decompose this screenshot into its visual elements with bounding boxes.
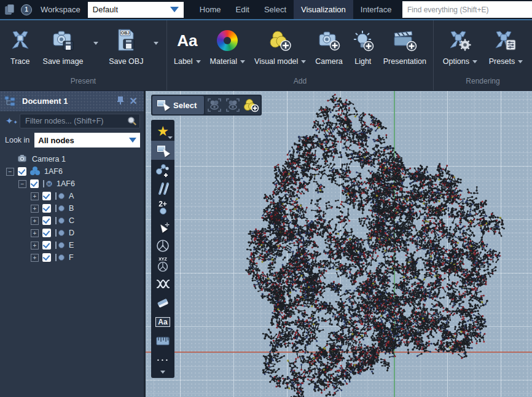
chain-node-icon (55, 240, 65, 250)
show-selected-atoms-icon[interactable] (205, 96, 224, 114)
viewport-toolbar: Select (151, 95, 262, 116)
trace-button[interactable]: Trace (7, 25, 34, 67)
measure-tool[interactable] (151, 331, 174, 350)
chain-node-icon (55, 216, 65, 226)
presets-dropdown-arrow (518, 60, 523, 63)
node-tree: Camera 1 − 1AF6 − M 1AF6 + A + B + (0, 153, 144, 264)
tree-row-chain-c[interactable]: + C (0, 214, 144, 227)
set-charge-tool[interactable]: 2+ (151, 198, 174, 217)
chain-node-icon (55, 253, 65, 262)
tree-row-1af6-model[interactable]: − M 1AF6 (0, 178, 144, 190)
add-material-button[interactable]: Material (208, 25, 248, 67)
select-tool[interactable] (151, 141, 174, 160)
menu-edit[interactable]: Edit (228, 0, 256, 19)
toolbar-overflow-arrow[interactable] (151, 369, 174, 375)
group-label-present: Present (0, 77, 166, 90)
add-visual-model-quick-icon[interactable] (242, 96, 260, 114)
text-label-tool[interactable]: Aa (151, 312, 174, 331)
tree-row-camera1[interactable]: Camera 1 (0, 153, 144, 165)
visibility-checkbox[interactable] (42, 204, 51, 213)
workspace-dropdown[interactable]: Default (88, 2, 184, 18)
select-rect-icon (157, 146, 168, 155)
menu-home[interactable]: Home (192, 0, 229, 19)
tree-row-1af6[interactable]: − 1AF6 (0, 165, 144, 178)
pin-icon[interactable] (113, 96, 127, 107)
collapse-toggle[interactable]: − (18, 180, 26, 188)
save-image-dropdown-arrow[interactable] (93, 42, 98, 45)
save-image-button[interactable]: Save image (41, 25, 86, 67)
sparkles-icon[interactable]: ✦✦ (4, 116, 20, 127)
move-tool[interactable]: ✛ (151, 217, 174, 236)
ribbon-group-present: Trace Save image (0, 20, 167, 90)
chevron-down-icon (170, 7, 179, 12)
hide-unselected-atoms-icon[interactable] (224, 96, 242, 114)
visibility-checkbox[interactable] (42, 253, 51, 262)
menu-visualization[interactable]: Visualization (294, 0, 353, 19)
documents-icon[interactable] (5, 4, 15, 15)
document-panel-header: Document 1 ✕ (0, 91, 144, 111)
expand-toggle[interactable]: + (31, 192, 39, 200)
add-presentation-button[interactable]: Presentation (381, 25, 429, 67)
document-panel: Document 1 ✕ ✦✦ Look in All nodes Came (0, 91, 146, 397)
menu-select[interactable]: Select (257, 0, 294, 19)
save-obj-button[interactable]: OBJ Save OBJ (106, 25, 146, 67)
close-icon[interactable]: ✕ (127, 95, 140, 107)
group-label-rendering: Rendering (434, 77, 532, 90)
camera-save-icon (51, 26, 76, 55)
search-icon[interactable] (127, 116, 137, 126)
add-visual-model-button[interactable]: Visual model (252, 25, 308, 67)
visibility-checkbox[interactable] (42, 229, 51, 237)
expand-toggle[interactable]: + (31, 205, 39, 213)
twist-tool[interactable] (151, 274, 174, 293)
add-light-button[interactable]: Light (350, 25, 377, 67)
render-presets-button[interactable]: Presets (487, 25, 525, 67)
search-input[interactable] (402, 1, 532, 18)
label-aa-icon: Aa (177, 26, 197, 55)
trace-icon (9, 26, 31, 55)
collapse-toggle[interactable]: − (6, 168, 14, 176)
presentation-add-icon (393, 26, 417, 55)
expand-toggle[interactable]: + (31, 229, 39, 237)
save-obj-dropdown-arrow[interactable] (154, 42, 158, 45)
menu-interface[interactable]: Interface (353, 0, 399, 19)
filter-nodes-input[interactable] (20, 114, 140, 128)
erase-tool[interactable] (151, 293, 174, 312)
tree-row-chain-e[interactable]: + E (0, 239, 144, 251)
tree-row-chain-d[interactable]: + D (0, 227, 144, 239)
titlebar: 1 Workspace Default Home Edit Select Vis… (0, 0, 532, 19)
tree-row-chain-a[interactable]: + A (0, 190, 144, 202)
visibility-checkbox[interactable] (42, 241, 51, 250)
add-label-button[interactable]: Aa Label (171, 25, 203, 67)
molecule-canvas[interactable] (146, 91, 532, 397)
tree-row-chain-f[interactable]: + F (0, 251, 144, 264)
add-bonds-tool[interactable] (151, 179, 174, 198)
menubar: Home Edit Select Visualization Interface… (192, 0, 430, 19)
ribbon-group-rendering: Options Presets (434, 20, 532, 90)
visibility-checkbox[interactable] (18, 167, 26, 176)
add-atoms-tool[interactable] (151, 160, 174, 179)
expand-toggle[interactable]: + (31, 254, 39, 262)
group-label-add: Add (167, 77, 433, 90)
viewport-3d[interactable]: Select (146, 91, 532, 397)
chevron-down-icon (168, 136, 173, 139)
label-dropdown-arrow (196, 60, 201, 63)
rotate-tool[interactable] (151, 236, 174, 255)
light-add-icon (352, 26, 374, 55)
more-tools[interactable]: • • • (151, 350, 174, 369)
select-rect-icon (157, 100, 168, 110)
tree-row-chain-b[interactable]: + B (0, 202, 144, 214)
expand-toggle[interactable]: + (31, 217, 39, 225)
translate-xyz-tool[interactable]: XYZ (151, 255, 174, 274)
node-tree-icon (4, 95, 16, 108)
ribbon-group-add: Aa Label Material (167, 20, 434, 90)
add-camera-button[interactable]: Camera (313, 25, 345, 67)
visibility-checkbox[interactable] (42, 216, 51, 225)
model-node-icon: M (42, 179, 53, 189)
visibility-checkbox[interactable] (30, 179, 39, 188)
render-options-button[interactable]: Options (440, 25, 480, 67)
look-in-dropdown[interactable]: All nodes (34, 133, 140, 147)
favorites-tool[interactable]: ★ (151, 122, 174, 141)
visibility-checkbox[interactable] (42, 192, 51, 200)
select-mode-button[interactable]: Select (152, 96, 204, 114)
expand-toggle[interactable]: + (31, 242, 39, 250)
